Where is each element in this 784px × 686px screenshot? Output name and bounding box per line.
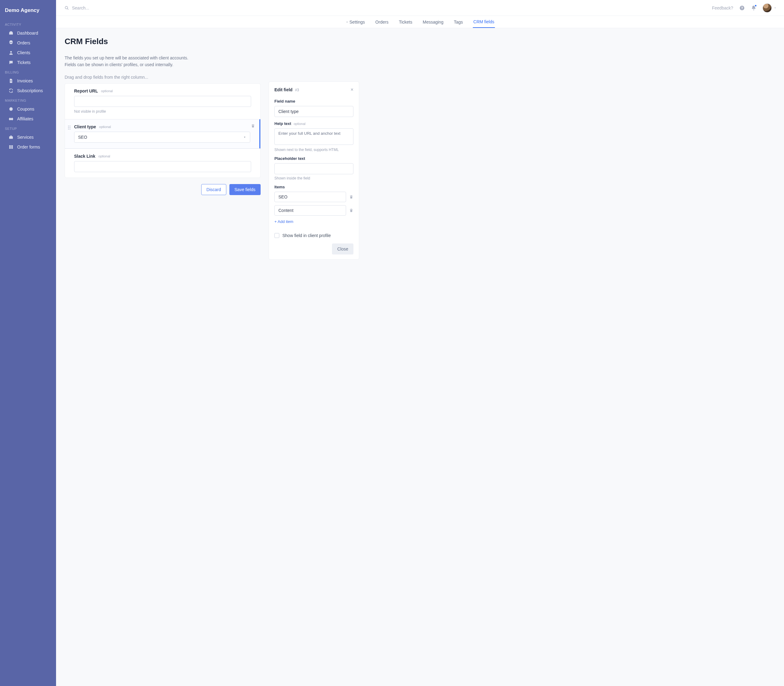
- discard-button[interactable]: Discard: [201, 184, 226, 195]
- sidebar-item-clients[interactable]: Clients: [0, 48, 56, 57]
- checkbox-show-in-profile[interactable]: [274, 233, 279, 238]
- help-icon[interactable]: ?: [739, 5, 745, 11]
- group-placeholder: Placeholder text Shown inside the field: [274, 156, 353, 180]
- field-row[interactable]: Client typeoptionalSEO: [65, 119, 260, 149]
- chevron-left-icon: [346, 21, 348, 24]
- optional-badge: optional: [99, 125, 111, 129]
- field-text-input[interactable]: [74, 161, 251, 172]
- tab-messaging[interactable]: Messaging: [422, 16, 444, 28]
- refresh-icon: [8, 88, 13, 93]
- sidebar-item-services[interactable]: Services: [0, 132, 56, 142]
- svg-rect-0: [10, 42, 12, 42]
- feedback-link[interactable]: Feedback?: [712, 5, 733, 10]
- field-row[interactable]: Slack Linkoptional: [65, 149, 260, 178]
- sidebar-item-label: Services: [17, 135, 34, 140]
- grid-icon: [8, 145, 13, 149]
- panel-footer: Close: [274, 243, 353, 255]
- svg-point-1: [10, 51, 11, 53]
- sidebar-item-invoices[interactable]: Invoices: [0, 76, 56, 86]
- avatar: [763, 3, 772, 13]
- panel-index: #3: [295, 88, 299, 92]
- tab-crm-fields[interactable]: CRM fields: [473, 16, 495, 28]
- item-row: [274, 192, 353, 202]
- item-delete-icon[interactable]: [349, 208, 353, 212]
- group-items: Items + Add item: [274, 185, 353, 229]
- delete-field-icon[interactable]: [251, 124, 255, 128]
- comment-icon: [8, 60, 13, 65]
- svg-rect-10: [11, 147, 13, 149]
- textarea-help-text[interactable]: [274, 128, 353, 145]
- field-row-head: Report URLoptional: [74, 88, 251, 93]
- sidebar: Demo Agency ACTIVITYDashboardOrdersClien…: [0, 0, 56, 686]
- gauge-icon: [8, 31, 13, 36]
- search-input[interactable]: [72, 5, 164, 10]
- nav-section-label: BILLING: [0, 67, 56, 76]
- notifications-icon[interactable]: [751, 5, 756, 11]
- field-row[interactable]: Report URLoptionalNot visible in profile: [65, 83, 260, 119]
- panel-title: Edit field #3: [274, 87, 299, 92]
- chevron-down-icon: [774, 7, 777, 10]
- sidebar-item-dashboard[interactable]: Dashboard: [0, 28, 56, 38]
- sidebar-item-coupons[interactable]: Coupons: [0, 104, 56, 114]
- left-column: CRM Fields The fields you set up here wi…: [65, 37, 261, 195]
- main: Feedback? ? Settings OrdersTicketsMessag…: [56, 0, 784, 686]
- page-description-line1: The fields you set up here will be assoc…: [65, 55, 261, 62]
- input-placeholder[interactable]: [274, 163, 353, 174]
- nav-section-label: SETUP: [0, 124, 56, 132]
- svg-rect-7: [9, 145, 11, 147]
- svg-rect-2: [10, 80, 11, 81]
- add-item-link[interactable]: + Add item: [274, 219, 293, 224]
- sidebar-item-label: Coupons: [17, 106, 34, 111]
- sidebar-item-orders[interactable]: Orders: [0, 38, 56, 48]
- checkbox-show-in-profile-label: Show field in client profile: [283, 233, 331, 238]
- tabsbar: Settings OrdersTicketsMessagingTagsCRM f…: [56, 16, 784, 28]
- item-input[interactable]: [274, 192, 346, 202]
- user-menu[interactable]: [763, 3, 777, 13]
- sidebar-item-order-forms[interactable]: Order forms: [0, 142, 56, 152]
- content: CRM Fields The fields you set up here wi…: [56, 28, 784, 268]
- item-delete-icon[interactable]: [349, 195, 353, 199]
- tab-tickets[interactable]: Tickets: [398, 16, 413, 28]
- svg-rect-3: [10, 81, 11, 82]
- sidebar-item-tickets[interactable]: Tickets: [0, 57, 56, 67]
- sidebar-item-label: Subscriptions: [17, 88, 43, 93]
- panel-title-text: Edit field: [274, 87, 292, 92]
- tab-settings-label: Settings: [350, 20, 365, 24]
- field-select-value: SEO: [78, 135, 87, 140]
- caret-down-icon: [243, 136, 246, 139]
- optional-badge: optional: [98, 154, 110, 158]
- save-button[interactable]: Save fields: [229, 184, 261, 195]
- label-placeholder: Placeholder text: [274, 156, 305, 161]
- tab-settings-back[interactable]: Settings: [345, 16, 366, 28]
- tab-tags[interactable]: Tags: [453, 16, 464, 28]
- page-description-line2: Fields can be shown in clients' profiles…: [65, 62, 261, 68]
- helper-help-text: Shown next to the field, supports HTML: [274, 148, 353, 152]
- optional-help-text: optional: [294, 122, 305, 126]
- input-field-name[interactable]: [274, 106, 353, 117]
- drag-handle-icon[interactable]: [68, 126, 70, 129]
- sidebar-item-label: Order forms: [17, 145, 40, 149]
- label-field-name: Field name: [274, 99, 295, 103]
- brand-logo: Demo Agency: [0, 5, 56, 20]
- field-label: Slack Link: [74, 154, 95, 158]
- checkbox-show-in-profile-row: Show field in client profile: [274, 233, 353, 238]
- svg-rect-6: [10, 136, 11, 137]
- tab-orders[interactable]: Orders: [375, 16, 389, 28]
- sidebar-item-subscriptions[interactable]: Subscriptions: [0, 86, 56, 96]
- field-row-head: Client typeoptional: [74, 124, 250, 129]
- page-description: The fields you set up here will be assoc…: [65, 55, 261, 68]
- sidebar-item-affiliates[interactable]: Affiliates: [0, 114, 56, 124]
- nav-section-label: ACTIVITY: [0, 20, 56, 28]
- sidebar-item-label: Clients: [17, 50, 30, 55]
- item-input[interactable]: [274, 205, 346, 216]
- page-title: CRM Fields: [65, 37, 261, 46]
- handshake-icon: [8, 116, 13, 121]
- optional-badge: optional: [101, 89, 113, 93]
- field-text-input[interactable]: [74, 96, 251, 107]
- field-select[interactable]: SEO: [74, 132, 250, 143]
- close-button[interactable]: Close: [332, 243, 353, 255]
- file-icon: [8, 78, 13, 83]
- group-help-text: Help text optional Shown next to the fie…: [274, 121, 353, 152]
- field-note: Not visible in profile: [74, 109, 251, 114]
- close-icon[interactable]: ×: [351, 87, 353, 92]
